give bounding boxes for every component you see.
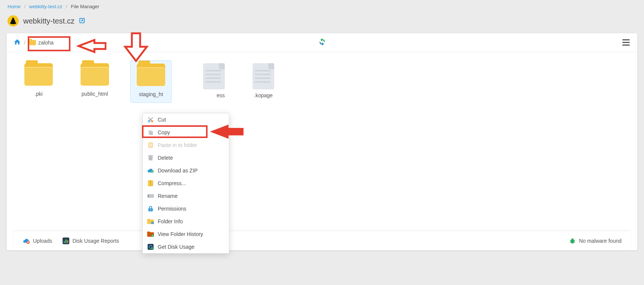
file-label: public_html (76, 91, 114, 97)
path-separator: / (24, 40, 25, 46)
ctx-cut-label: Cut (158, 117, 166, 123)
path-folder[interactable]: zaloha (29, 40, 54, 46)
disk-reports-button[interactable]: Disk Usage Reports (63, 238, 119, 244)
home-icon[interactable] (14, 39, 20, 46)
file-label: staging_ht (132, 91, 170, 97)
svg-point-8 (151, 120, 153, 122)
svg-rect-3 (64, 241, 65, 243)
folder-info-icon: i (147, 218, 154, 225)
svg-rect-17 (150, 180, 151, 184)
ctx-paste: Paste in to folder (143, 139, 229, 151)
file-item-file[interactable]: ess (187, 60, 228, 103)
ctx-delete[interactable]: Delete (143, 151, 229, 164)
svg-point-18 (150, 184, 151, 186)
svg-rect-20 (148, 195, 149, 197)
file-label: .pki (19, 91, 58, 97)
svg-point-22 (150, 209, 151, 211)
rename-icon (147, 193, 154, 199)
ctx-download-zip[interactable]: Download as ZIP (143, 164, 229, 177)
ctx-compress[interactable]: Compress... (143, 177, 229, 190)
disk-icon (147, 243, 154, 250)
cloud-download-icon (147, 167, 154, 174)
cloud-upload-icon (22, 238, 30, 244)
folder-icon (24, 63, 53, 86)
path-folder-label: zaloha (38, 40, 54, 46)
paste-icon (147, 142, 154, 148)
copy-icon (147, 129, 154, 136)
breadcrumb-current: File Manager (71, 4, 99, 9)
svg-point-7 (148, 120, 150, 122)
file-label: .kopage (244, 92, 282, 98)
file-item-folder[interactable]: public_html (74, 60, 115, 103)
file-icon (203, 63, 225, 89)
folder-icon (81, 63, 109, 86)
file-label: ess (202, 92, 226, 98)
ctx-paste-label: Paste in to folder (158, 142, 197, 148)
ctx-compress-label: Compress... (158, 180, 186, 186)
file-item-folder[interactable]: .pki (18, 60, 59, 103)
bug-icon (569, 238, 576, 244)
bottom-bar: Uploads Disk Usage Reports No malware fo… (13, 231, 631, 250)
page-header: webkitty-test.cz (0, 13, 644, 33)
svg-rect-10 (149, 131, 153, 135)
ctx-view-history[interactable]: View Folder History (143, 228, 229, 240)
malware-label: No malware found (579, 238, 622, 244)
svg-rect-4 (66, 239, 67, 243)
refresh-button[interactable] (318, 38, 326, 47)
zip-icon (147, 180, 154, 187)
breadcrumb-domain[interactable]: webkitty-test.cz (29, 4, 63, 9)
ctx-rename[interactable]: Rename (143, 190, 229, 202)
ctx-download-zip-label: Download as ZIP (158, 168, 198, 174)
ctx-copy[interactable]: Copy (143, 126, 229, 139)
menu-icon[interactable] (622, 39, 630, 46)
folder-icon (137, 64, 165, 86)
breadcrumb-home[interactable]: Home (7, 4, 21, 9)
ctx-delete-label: Delete (158, 155, 173, 161)
disk-reports-label: Disk Usage Reports (72, 238, 119, 244)
file-manager-panel: / zaloha .pki public_html (7, 33, 637, 250)
svg-text:i: i (152, 222, 152, 224)
ctx-rename-label: Rename (158, 193, 178, 199)
ctx-copy-label: Copy (158, 129, 170, 135)
external-link-icon[interactable] (79, 18, 85, 25)
malware-status[interactable]: No malware found (569, 238, 622, 244)
ctx-cut[interactable]: Cut (143, 113, 229, 126)
context-menu: Cut Copy Paste in to folder Delete Downl… (142, 113, 229, 254)
ctx-folder-info-label: Folder Info (158, 218, 183, 224)
file-item-file[interactable]: .kopage (243, 60, 284, 103)
history-icon (147, 231, 154, 238)
uploads-label: Uploads (33, 238, 52, 244)
svg-rect-5 (67, 240, 68, 243)
file-icon (253, 63, 274, 89)
toolbar: / zaloha (7, 33, 637, 52)
lock-icon (147, 205, 154, 212)
breadcrumb: Home / webkitty-test.cz / File Manager (0, 0, 644, 13)
svg-point-6 (571, 239, 574, 243)
ctx-permissions[interactable]: Permissions (143, 202, 229, 215)
ctx-disk-usage-label: Get Disk Usage (158, 244, 194, 250)
file-grid: .pki public_html staging_ht ess .kopage (7, 52, 637, 111)
folder-icon (29, 40, 36, 45)
ctx-view-history-label: View Folder History (158, 231, 203, 237)
ctx-permissions-label: Permissions (158, 206, 186, 212)
chart-icon (63, 238, 69, 244)
os-icon (7, 15, 19, 27)
ctx-disk-usage[interactable]: Get Disk Usage (143, 240, 229, 253)
uploads-button[interactable]: Uploads (22, 238, 52, 244)
scissors-icon (147, 116, 154, 123)
page-title: webkitty-test.cz (23, 17, 75, 25)
trash-icon (147, 154, 154, 161)
svg-point-28 (151, 247, 153, 249)
ctx-folder-info[interactable]: i Folder Info (143, 215, 229, 228)
file-item-folder-selected[interactable]: staging_ht (130, 60, 172, 103)
